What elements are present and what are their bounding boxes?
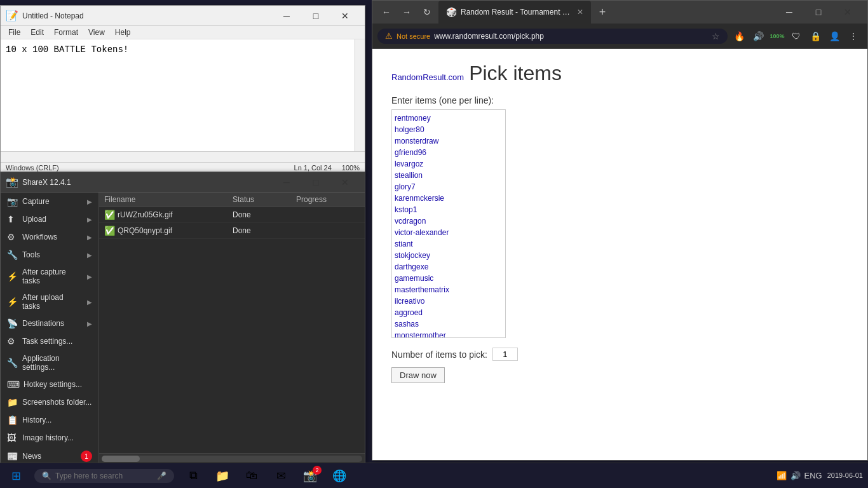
browser-close-button[interactable]: ✕ xyxy=(833,2,862,22)
network-icon[interactable]: 📶 xyxy=(776,471,787,480)
sidebar-item-history[interactable]: 📋 History... xyxy=(1,411,98,429)
sidebar-item-after-upload[interactable]: ⚡ After upload tasks ▶ xyxy=(1,289,98,315)
taskbar-system-icons: 📶 🔊 ENG xyxy=(776,471,822,480)
sidebar-item-news[interactable]: 📰 News 1 xyxy=(1,447,98,463)
sidebar-item-label: News xyxy=(22,452,41,461)
sharex-minimize-button[interactable]: ─ xyxy=(272,172,301,193)
chevron-right-icon: ▶ xyxy=(87,299,92,306)
sidebar-item-destinations[interactable]: 📡 Destinations ▶ xyxy=(1,315,98,332)
browser-back-button[interactable]: ← xyxy=(377,3,395,21)
taskbar-search-box[interactable]: 🔍 🎤 xyxy=(34,469,174,483)
chevron-right-icon: ▶ xyxy=(87,234,92,241)
table-row: ✅ rUWZru05Gk.gif Done xyxy=(99,207,365,223)
volume-icon[interactable]: 🔊 xyxy=(790,471,801,480)
column-header-status: Status xyxy=(233,195,296,204)
tab-favicon-icon: 🎲 xyxy=(446,7,457,17)
language-indicator[interactable]: ENG xyxy=(804,471,822,480)
browser-reload-button[interactable]: ↻ xyxy=(418,3,436,21)
notepad-scrollbar-corner xyxy=(355,152,365,162)
not-secure-label: Not secure xyxy=(397,32,430,40)
sidebar-item-upload[interactable]: ⬆ Upload ▶ xyxy=(1,210,98,228)
notepad-menu-view[interactable]: View xyxy=(83,26,110,39)
site-link[interactable]: RandomResult.com xyxy=(391,72,464,82)
notepad-vertical-scrollbar[interactable] xyxy=(355,39,365,151)
sidebar-item-after-capture[interactable]: ⚡ After capture tasks ▶ xyxy=(1,264,98,289)
sidebar-item-label: After capture tasks xyxy=(22,268,83,285)
notepad-encoding: Windows (CRLF) xyxy=(6,164,59,172)
sharex-maximize-button[interactable]: □ xyxy=(301,172,330,193)
sidebar-item-image-history[interactable]: 🖼 Image history... xyxy=(1,429,98,447)
sidebar-item-task-settings[interactable]: ⚙ Task settings... xyxy=(1,332,98,350)
sidebar-item-label: History... xyxy=(22,416,51,424)
scrollbar-thumb xyxy=(102,456,140,462)
task-status-1: Done xyxy=(233,210,296,219)
sidebar-item-label: Destinations xyxy=(22,319,64,328)
taskbar-app-mail[interactable]: ✉ xyxy=(267,463,295,489)
sidebar-item-label: Hotkey settings... xyxy=(24,380,82,389)
browser-minimize-button[interactable]: ─ xyxy=(775,2,804,22)
sharex-horizontal-scrollbar[interactable] xyxy=(99,453,365,463)
sharex-sidebar: 📷 Capture ▶ ⬆ Upload ▶ ⚙ Workflows ▶ 🔧 T… xyxy=(1,193,99,463)
notepad-content-area: 10 x 100 BATTLE Tokens! xyxy=(1,39,365,151)
notepad-maximize-button[interactable]: □ xyxy=(301,6,330,26)
extension-icon-1[interactable]: 🔥 xyxy=(730,27,748,45)
taskbar-app-sharex[interactable]: 📸 2 xyxy=(296,463,324,489)
notepad-statusbar-right: Ln 1, Col 24 100% xyxy=(294,164,360,172)
browser-menu-button[interactable]: ⋮ xyxy=(844,27,862,45)
taskbar-app-file-explorer[interactable]: 📁 xyxy=(208,463,236,489)
items-textarea[interactable]: rentmoney holger80 monsterdraw gfriend96… xyxy=(391,109,506,338)
extension-icon-security[interactable]: 🔒 xyxy=(806,27,824,45)
tab-close-button[interactable]: ✕ xyxy=(577,8,583,17)
notepad-close-button[interactable]: ✕ xyxy=(330,6,360,26)
notepad-logo-icon: 📝 xyxy=(6,10,18,22)
extension-icon-volume[interactable]: 🔊 xyxy=(749,27,767,45)
sidebar-item-hotkeys[interactable]: ⌨ Hotkey settings... xyxy=(1,376,98,393)
sharex-titlebar: 📸 ShareX 12.4.1 ─ □ ✕ xyxy=(1,172,365,193)
capture-icon: 📷 xyxy=(7,196,18,207)
bookmark-star-icon[interactable]: ☆ xyxy=(712,31,720,41)
taskbar-app-store[interactable]: 🛍 xyxy=(238,463,266,489)
new-tab-button[interactable]: + xyxy=(593,3,611,21)
pick-count-input[interactable] xyxy=(492,348,518,361)
sharex-window-controls: ─ □ ✕ xyxy=(272,172,360,193)
browser-forward-button[interactable]: → xyxy=(398,3,416,21)
browser-maximize-button[interactable]: □ xyxy=(804,2,833,22)
start-button[interactable]: ⊞ xyxy=(0,463,32,489)
sharex-close-button[interactable]: ✕ xyxy=(330,172,360,193)
chevron-right-icon: ▶ xyxy=(87,273,92,280)
taskbar-app-task-view[interactable]: ⧉ xyxy=(179,463,207,489)
taskbar-clock[interactable]: 2019-06-01 xyxy=(827,471,863,480)
sidebar-item-capture[interactable]: 📷 Capture ▶ xyxy=(1,193,98,210)
windows-logo-icon: ⊞ xyxy=(11,469,21,483)
taskbar-app-chrome[interactable]: 🌐 xyxy=(325,463,353,489)
table-row: ✅ QRQ50qnypt.gif Done xyxy=(99,223,365,239)
notepad-horizontal-scrollbar[interactable] xyxy=(1,152,355,162)
notepad-menu-edit[interactable]: Edit xyxy=(25,26,49,39)
sidebar-item-label: Screenshots folder... xyxy=(22,398,92,407)
microphone-icon[interactable]: 🎤 xyxy=(157,471,166,480)
notepad-text-editor[interactable]: 10 x 100 BATTLE Tokens! xyxy=(1,39,355,151)
notepad-menu-file[interactable]: File xyxy=(3,26,25,39)
sharex-window: 📸 ShareX 12.4.1 ─ □ ✕ 📷 Capture ▶ ⬆ Uplo… xyxy=(0,172,365,464)
sidebar-item-label: Task settings... xyxy=(22,337,72,346)
taskbar-search-input[interactable] xyxy=(55,471,154,480)
browser-window: ← → ↻ 🎲 Random Result - Tournament dr...… xyxy=(372,0,868,461)
browser-nav-controls: ← → ↻ xyxy=(377,3,436,21)
draw-now-button[interactable]: Draw now xyxy=(391,367,445,383)
sidebar-item-app-settings[interactable]: 🔧 Application settings... xyxy=(1,350,98,376)
notepad-menu-help[interactable]: Help xyxy=(110,26,136,39)
browser-tab-active[interactable]: 🎲 Random Result - Tournament dr... ✕ xyxy=(438,1,591,24)
notepad-minimize-button[interactable]: ─ xyxy=(272,6,301,26)
address-bar[interactable]: ⚠ Not secure www.randomresult.com/pick.p… xyxy=(377,29,728,44)
extension-icon-profile[interactable]: 👤 xyxy=(825,27,843,45)
task-filename-1: ✅ rUWZru05Gk.gif xyxy=(104,210,233,220)
sidebar-item-workflows[interactable]: ⚙ Workflows ▶ xyxy=(1,228,98,246)
sidebar-item-screenshots-folder[interactable]: 📁 Screenshots folder... xyxy=(1,393,98,411)
store-icon: 🛍 xyxy=(246,469,257,482)
notepad-menu-format[interactable]: Format xyxy=(49,26,83,39)
url-display: www.randomresult.com/pick.php xyxy=(434,32,708,41)
sidebar-item-tools[interactable]: 🔧 Tools ▶ xyxy=(1,246,98,264)
extension-icon-vpn[interactable]: 🛡 xyxy=(787,27,805,45)
workflows-icon: ⚙ xyxy=(7,232,18,242)
extension-icon-zoom[interactable]: 100% xyxy=(768,27,786,45)
